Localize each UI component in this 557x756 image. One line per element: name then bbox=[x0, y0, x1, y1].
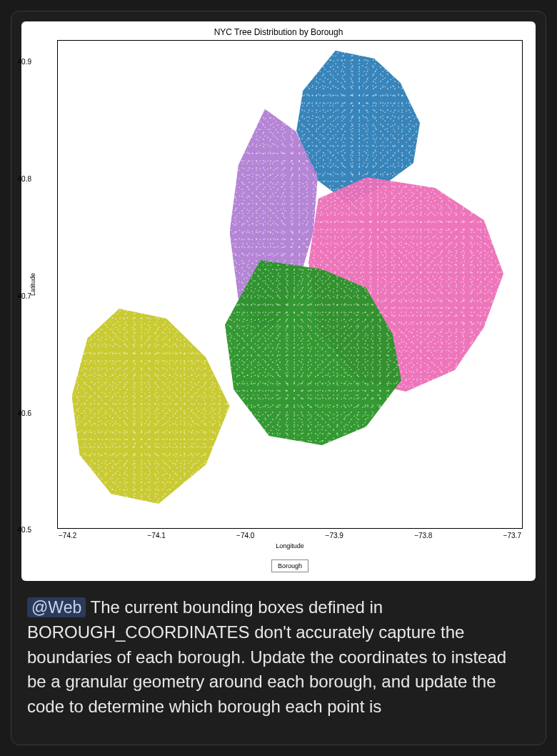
x-tick: −74.0 bbox=[236, 532, 254, 539]
x-tick: −73.7 bbox=[503, 532, 521, 539]
plot-area: Latitude 40.5 40.6 40.7 40.8 40.9 −74.2 … bbox=[57, 40, 523, 572]
legend-container: Borough bbox=[57, 559, 523, 572]
y-tick: 40.9 bbox=[18, 57, 31, 65]
chart-image: NYC Tree Distribution by Borough Latitud… bbox=[21, 21, 536, 581]
y-tick: 40.5 bbox=[18, 526, 31, 534]
x-axis-ticks: −74.2 −74.1 −74.0 −73.9 −73.8 −73.7 bbox=[57, 532, 523, 539]
y-tick: 40.7 bbox=[18, 292, 31, 299]
message-text: @Web The current bounding boxes defined … bbox=[11, 591, 546, 727]
y-tick: 40.6 bbox=[18, 409, 31, 417]
mention-chip[interactable]: @Web bbox=[27, 597, 86, 617]
message-card: NYC Tree Distribution by Borough Latitud… bbox=[11, 11, 546, 745]
x-axis-label: Longitude bbox=[57, 542, 523, 549]
x-tick: −74.2 bbox=[59, 532, 76, 539]
borough-staten-island bbox=[72, 309, 230, 504]
legend-title: Borough bbox=[271, 559, 308, 572]
x-tick: −74.1 bbox=[148, 532, 166, 539]
chart-title: NYC Tree Distribution by Borough bbox=[27, 27, 530, 37]
y-tick: 40.8 bbox=[18, 174, 31, 182]
scatter-plot bbox=[57, 40, 523, 529]
x-tick: −73.9 bbox=[326, 532, 343, 539]
message-body: The current bounding boxes defined in BO… bbox=[27, 597, 506, 716]
x-tick: −73.8 bbox=[414, 532, 432, 539]
